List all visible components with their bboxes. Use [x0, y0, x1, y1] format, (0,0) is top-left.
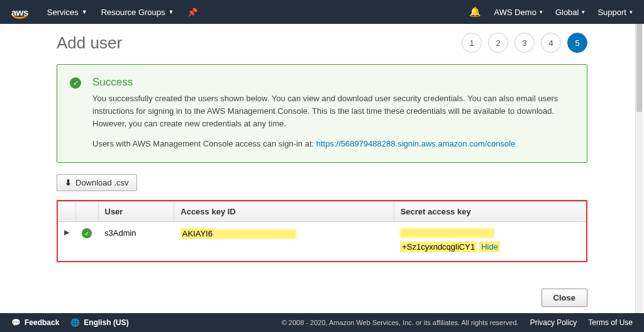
page-header: Add user 1 2 3 4 5 — [57, 33, 587, 53]
cell-user: s3Admin — [98, 221, 174, 261]
row-status: ✓ — [75, 221, 98, 261]
secret-value: +Sz1cyxndcqgliCY1 — [400, 241, 477, 252]
hide-secret-link[interactable]: Hide — [479, 241, 500, 252]
col-user: User — [98, 201, 174, 221]
success-alert: ✓ Success You successfully created the u… — [57, 64, 587, 163]
col-access-key: Access key ID — [174, 201, 394, 221]
success-body-text: You successfully created the users shown… — [92, 92, 574, 130]
step-5[interactable]: 5 — [567, 33, 587, 53]
main-content: Add user 1 2 3 4 5 ✓ Success You success… — [0, 24, 644, 262]
credentials-table: User Access key ID Secret access key ▶ ✓… — [58, 201, 586, 261]
access-key-value: AKIAYI6 — [180, 228, 214, 239]
scrollbar[interactable] — [635, 24, 643, 313]
terms-link[interactable]: Terms of Use — [588, 318, 633, 327]
nav-support[interactable]: Support▾ — [597, 8, 633, 17]
download-icon: ⬇ — [65, 178, 72, 187]
nav-resource-groups-label: Resource Groups — [101, 8, 165, 17]
feedback-link[interactable]: 💬Feedback — [11, 318, 59, 327]
nav-right: 🔔 AWS Demo▾ Global▾ Support▾ — [469, 6, 633, 18]
access-key-redacted — [214, 230, 296, 239]
cell-access-key: AKIAYI6 — [174, 221, 394, 261]
step-2[interactable]: 2 — [488, 33, 508, 53]
footer-bar: 💬Feedback 🌐English (US) © 2008 - 2020, A… — [0, 313, 644, 332]
step-1[interactable]: 1 — [462, 33, 482, 53]
wizard-steps: 1 2 3 4 5 — [462, 33, 587, 53]
download-csv-label: Download .csv — [75, 178, 129, 187]
chevron-down-icon: ▾ — [582, 9, 585, 15]
page-title: Add user — [57, 33, 462, 53]
secret-redacted — [400, 228, 494, 238]
status-ok-icon: ✓ — [82, 228, 92, 238]
feedback-label: Feedback — [25, 318, 59, 327]
nav-resource-groups[interactable]: Resource Groups▼ — [101, 8, 174, 17]
success-signin-prefix: Users with AWS Management Console access… — [92, 139, 316, 148]
success-body: You successfully created the users shown… — [92, 92, 574, 151]
nav-services[interactable]: Services▼ — [47, 8, 87, 17]
credentials-table-highlight: User Access key ID Secret access key ▶ ✓… — [57, 200, 587, 262]
action-row: Close — [541, 282, 644, 307]
language-label: English (US) — [84, 318, 128, 327]
signin-url-link[interactable]: https://568979488288.signin.aws.amazon.c… — [316, 139, 516, 148]
speech-bubble-icon: 💬 — [11, 318, 21, 327]
chevron-down-icon: ▼ — [169, 9, 174, 15]
expand-row-icon[interactable]: ▶ — [58, 221, 75, 261]
close-button[interactable]: Close — [541, 289, 587, 307]
chevron-down-icon: ▼ — [82, 9, 87, 15]
download-csv-button[interactable]: ⬇ Download .csv — [57, 174, 137, 191]
col-status — [75, 201, 98, 221]
privacy-link[interactable]: Privacy Policy — [530, 318, 577, 327]
footer-links: Privacy Policy Terms of Use — [530, 318, 633, 327]
footer-copyright: © 2008 - 2020, Amazon Web Services, Inc.… — [282, 319, 519, 326]
col-secret: Secret access key — [394, 201, 586, 221]
nav-services-label: Services — [47, 8, 79, 17]
globe-icon: 🌐 — [70, 318, 80, 327]
scrollbar-thumb[interactable] — [636, 24, 642, 112]
chevron-down-icon: ▾ — [630, 9, 633, 15]
chevron-down-icon: ▾ — [540, 9, 543, 15]
step-3[interactable]: 3 — [514, 33, 535, 53]
nav-account-label: AWS Demo — [494, 8, 536, 17]
top-nav: aws Services▼ Resource Groups▼ 📌 🔔 AWS D… — [0, 0, 644, 24]
success-check-icon: ✓ — [70, 77, 81, 89]
success-title: Success — [92, 76, 574, 89]
col-expand — [58, 201, 75, 221]
language-selector[interactable]: 🌐English (US) — [70, 318, 128, 327]
nav-region[interactable]: Global▾ — [555, 8, 586, 17]
pin-icon[interactable]: 📌 — [187, 8, 197, 17]
nav-support-label: Support — [597, 8, 626, 17]
aws-logo[interactable]: aws — [11, 7, 28, 18]
nav-region-label: Global — [555, 8, 579, 17]
success-signin-text: Users with AWS Management Console access… — [92, 138, 574, 150]
notifications-icon[interactable]: 🔔 — [469, 6, 481, 18]
table-row: ▶ ✓ s3Admin AKIAYI6 +Sz1cyxndcqgliCY1 Hi… — [58, 221, 586, 261]
nav-account[interactable]: AWS Demo▾ — [494, 8, 542, 17]
cell-secret: +Sz1cyxndcqgliCY1 Hide — [394, 221, 586, 261]
step-4[interactable]: 4 — [541, 33, 561, 53]
